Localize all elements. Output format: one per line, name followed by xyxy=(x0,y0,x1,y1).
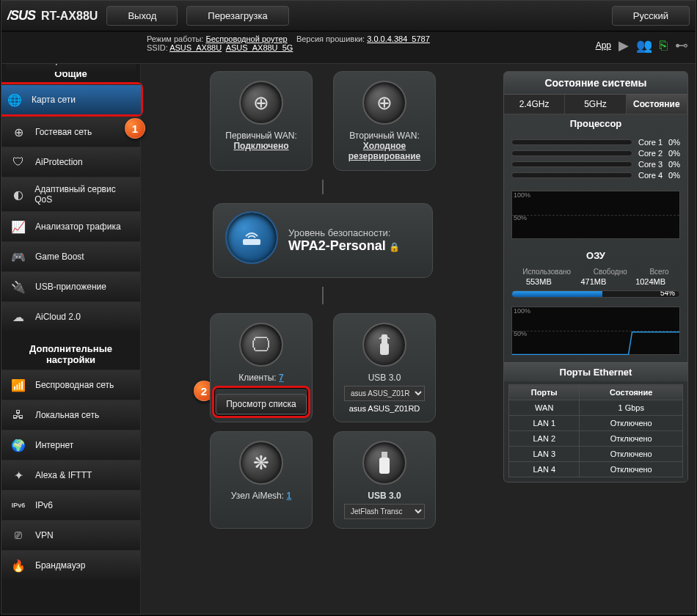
ssid-label: SSID: xyxy=(147,43,168,52)
nav-lan[interactable]: 🖧Локальная сеть xyxy=(1,400,140,430)
nav-label: Гостевая сеть xyxy=(35,127,92,137)
cpu-row: Core 40% xyxy=(511,171,680,180)
usb-a-card[interactable]: USB 3.0 asus ASUS_Z01RD asus ASUS_Z01RD xyxy=(333,313,436,422)
network-icon[interactable]: ⎘ xyxy=(660,38,668,54)
nav-wireless[interactable]: 📶Беспроводная сеть xyxy=(1,370,140,400)
ram-total: 1024MB xyxy=(635,277,665,286)
nav-qos[interactable]: ◐Адаптивный сервис QoS xyxy=(1,177,140,211)
firmware-label: Версия прошивки: xyxy=(296,34,365,43)
firmware-link[interactable]: 3.0.0.4.384_5787 xyxy=(367,34,430,43)
cpu-row: Core 10% xyxy=(511,138,680,147)
security-label: Уровень безопасности: xyxy=(288,227,420,238)
usb-wifi-icon xyxy=(362,323,406,367)
usb-app-icon: 🔌 xyxy=(9,279,28,295)
nav-label: Брандмауэр xyxy=(35,560,85,571)
mesh-icon: ❋ xyxy=(239,441,283,485)
aimesh-count[interactable]: 1 xyxy=(286,491,291,501)
quick-setup-label: Быстрая настройка Интернет xyxy=(35,64,128,65)
nav-label: IPv6 xyxy=(35,500,53,510)
usb-a-device: asus ASUS_Z01RD xyxy=(343,404,426,413)
usb-b-card[interactable]: USB 3.0 JetFlash Transc xyxy=(333,431,436,529)
cpu-row: Core 20% xyxy=(511,149,680,158)
firewall-icon: 🔥 xyxy=(9,557,28,573)
top-header: /SUS RT-AX88U Выход Перезагрузка Русский xyxy=(1,1,696,32)
users-icon[interactable]: 👥 xyxy=(636,37,652,54)
router-icon xyxy=(225,211,278,264)
cpu-graph: 100%50% xyxy=(511,191,680,239)
nav-usb-app[interactable]: 🔌USB-приложение xyxy=(1,271,140,301)
wifi-icon: 📶 xyxy=(9,377,28,393)
clients-count[interactable]: 7 xyxy=(279,373,284,383)
nav-aicloud[interactable]: ☁AiCloud 2.0 xyxy=(1,301,140,331)
security-value: WPA2-Personal xyxy=(288,238,386,253)
nav-alexa[interactable]: ✦Alexa & IFTTT xyxy=(1,460,140,490)
nav-vpn[interactable]: ⎚VPN xyxy=(1,520,140,550)
ram-title: ОЗУ xyxy=(504,246,687,265)
ram-graph: 100%50% xyxy=(511,307,680,355)
nav-label: Беспроводная сеть xyxy=(35,380,114,390)
nav-guest-network[interactable]: ⊕Гостевая сеть xyxy=(1,117,140,147)
status-bar: Режим работы: Беспроводной роутер Версия… xyxy=(1,32,696,64)
nav-label: VPN xyxy=(35,530,54,540)
tab-status[interactable]: Состояние xyxy=(627,95,687,114)
nav-label: AiCloud 2.0 xyxy=(35,312,81,322)
usb-a-select[interactable]: asus ASUS_Z01RD xyxy=(344,386,425,401)
app-link[interactable]: App xyxy=(596,40,611,51)
nav-ipv6[interactable]: IPv6IPv6 xyxy=(1,490,140,520)
quick-setup[interactable]: ⚙ Быстрая настройка Интернет xyxy=(6,64,136,72)
usb-drive-icon xyxy=(362,441,406,485)
model-name: RT-AX88U xyxy=(41,10,98,23)
nav-label: Карта сети xyxy=(32,95,76,105)
lock-icon: 🔒 xyxy=(389,242,400,252)
table-row: WAN1 Gbps xyxy=(509,400,683,416)
logout-button[interactable]: Выход xyxy=(106,6,178,26)
guest-icon: ⊕ xyxy=(9,124,28,140)
globe-icon: ⊕ xyxy=(362,81,406,125)
nav-label: USB-приложение xyxy=(35,282,106,292)
clients-label: Клиенты: xyxy=(238,373,276,383)
nav-label: Интернет xyxy=(35,440,73,450)
play-icon[interactable]: ▶ xyxy=(618,37,629,54)
mode-link[interactable]: Беспроводной роутер xyxy=(205,34,287,43)
cpu-title: Процессор xyxy=(504,114,687,133)
sidebar: ⚙ Быстрая настройка Интернет Общие 🌐 Кар… xyxy=(1,64,141,614)
wan2-status: Холодное резервирование xyxy=(343,141,426,161)
nav-network-map[interactable]: 🌐 Карта сети xyxy=(1,84,141,114)
nav-gameboost[interactable]: 🎮Game Boost xyxy=(1,241,140,271)
usb-icon[interactable]: ⊷ xyxy=(675,37,688,54)
clients-card[interactable]: 🖵 Клиенты: 7 Просмотр списка xyxy=(210,313,313,422)
tab-24ghz[interactable]: 2.4GHz xyxy=(504,95,565,114)
nav-aiprotection[interactable]: 🛡AiProtection xyxy=(1,147,140,177)
aimesh-card[interactable]: ❋ Узел AiMesh: 1 xyxy=(210,431,313,529)
reboot-button[interactable]: Перезагрузка xyxy=(186,6,288,26)
ram-used: 553MB xyxy=(526,277,552,286)
ssid-1[interactable]: ASUS_AX88U xyxy=(169,43,222,52)
gamepad-icon: 🎮 xyxy=(9,249,28,265)
usb-a-label: USB 3.0 xyxy=(343,373,426,383)
lan-icon: 🖧 xyxy=(9,407,28,423)
nav-traffic[interactable]: 📈Анализатор трафика xyxy=(1,211,140,241)
table-row: LAN 2Отключено xyxy=(509,431,683,447)
system-status-panel: Состояние системы 2.4GHz 5GHz Состояние … xyxy=(503,71,688,483)
view-list-button[interactable]: Просмотр списка xyxy=(216,394,307,414)
svg-rect-3 xyxy=(382,452,387,458)
nav-label: Анализатор трафика xyxy=(35,221,121,232)
usb-b-select[interactable]: JetFlash Transc xyxy=(344,504,425,519)
language-select[interactable]: Русский xyxy=(612,6,690,26)
nav-firewall[interactable]: 🔥Брандмауэр xyxy=(1,550,140,580)
table-row: LAN 1Отключено xyxy=(509,416,683,431)
cpu-row: Core 30% xyxy=(511,160,680,169)
chart-icon: 📈 xyxy=(9,219,28,235)
tab-5ghz[interactable]: 5GHz xyxy=(565,95,626,114)
usb-b-label: USB 3.0 xyxy=(343,491,426,501)
vpn-icon: ⎚ xyxy=(9,527,28,543)
nav-internet[interactable]: 🌍Интернет xyxy=(1,430,140,460)
ram-free: 471MB xyxy=(581,277,607,286)
primary-wan-card[interactable]: ⊕ Первичный WAN: Подключено xyxy=(210,71,313,171)
router-security-card[interactable]: Уровень безопасности: WPA2-Personal🔒 xyxy=(213,203,433,278)
secondary-wan-card[interactable]: ⊕ Вторичный WAN: Холодное резервирование xyxy=(333,71,436,171)
globe-icon: 🌐 xyxy=(5,92,24,108)
ram-pct: 54% xyxy=(660,290,675,297)
alexa-icon: ✦ xyxy=(9,467,28,483)
ssid-2[interactable]: ASUS_AX88U_5G xyxy=(226,43,293,52)
